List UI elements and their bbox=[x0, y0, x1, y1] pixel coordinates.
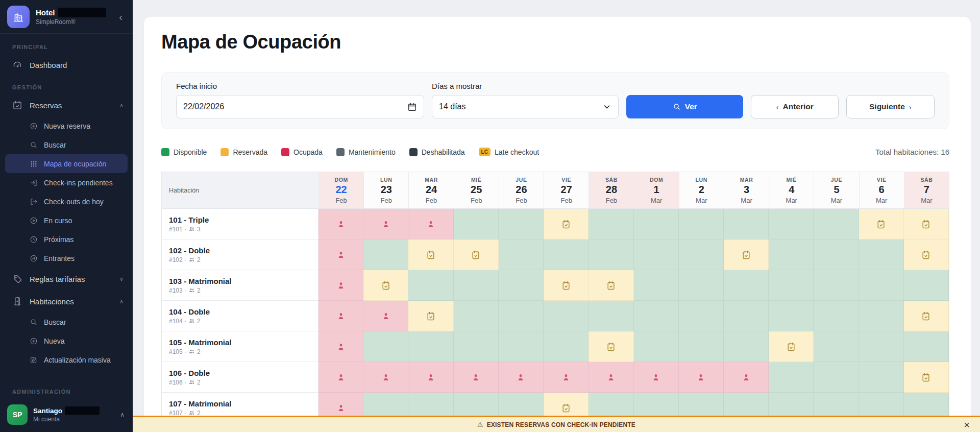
day-header[interactable]: MAR24Feb bbox=[408, 172, 453, 209]
sidebar-item-buscar-reservas[interactable]: Buscar bbox=[0, 135, 133, 154]
sidebar-group-reservas[interactable]: Reservas ∧ bbox=[0, 94, 133, 116]
day-header[interactable]: LUN2Mar bbox=[679, 172, 724, 209]
sidebar-item-mapa-de-ocupacion[interactable]: Mapa de ocupación bbox=[5, 154, 128, 173]
occupancy-cell-reserved[interactable] bbox=[589, 331, 633, 362]
occupancy-cell-occupied[interactable] bbox=[724, 362, 769, 393]
occupancy-cell-occupied[interactable] bbox=[679, 362, 724, 393]
occupancy-cell-available[interactable] bbox=[634, 331, 679, 362]
day-header[interactable]: LUN23Feb bbox=[363, 172, 408, 209]
occupancy-cell-available[interactable] bbox=[814, 239, 859, 270]
sidebar-collapse-button[interactable]: ‹ bbox=[116, 11, 126, 23]
sidebar-item-nueva-reserva[interactable]: Nueva reserva bbox=[0, 116, 133, 135]
anterior-button[interactable]: ‹ Anterior bbox=[751, 95, 838, 118]
occupancy-cell-available[interactable] bbox=[814, 270, 859, 301]
occupancy-cell-available[interactable] bbox=[679, 331, 724, 362]
occupancy-cell-available[interactable] bbox=[859, 270, 904, 301]
sidebar-item-proximas[interactable]: Próximas bbox=[0, 230, 133, 249]
occupancy-cell-available[interactable] bbox=[724, 209, 769, 239]
occupancy-cell-reserved[interactable] bbox=[904, 362, 949, 393]
occupancy-cell-available[interactable] bbox=[499, 270, 544, 301]
sidebar-item-entrantes[interactable]: Entrantes bbox=[0, 249, 133, 268]
day-header[interactable]: MAR3Mar bbox=[724, 172, 769, 209]
day-header[interactable]: MIÉ25Feb bbox=[454, 172, 499, 209]
occupancy-cell-available[interactable] bbox=[724, 270, 769, 301]
occupancy-cell-occupied[interactable] bbox=[318, 301, 363, 331]
occupancy-cell-reserved[interactable] bbox=[408, 301, 453, 331]
occupancy-cell-occupied[interactable] bbox=[363, 209, 408, 239]
day-header[interactable]: MIÉ4Mar bbox=[769, 172, 814, 209]
occupancy-cell-available[interactable] bbox=[769, 270, 814, 301]
day-header[interactable]: VIE6Mar bbox=[859, 172, 904, 209]
sidebar-group-reglas-tarifarias[interactable]: Reglas tarifarias ∨ bbox=[0, 268, 133, 290]
dias-a-mostrar-select[interactable]: 14 días bbox=[432, 95, 619, 118]
occupancy-cell-available[interactable] bbox=[408, 270, 453, 301]
occupancy-cell-reserved[interactable] bbox=[544, 209, 589, 239]
occupancy-cell-available[interactable] bbox=[679, 239, 724, 270]
occupancy-cell-occupied[interactable] bbox=[634, 362, 679, 393]
occupancy-cell-occupied[interactable] bbox=[363, 301, 408, 331]
occupancy-cell-available[interactable] bbox=[363, 239, 408, 270]
occupancy-cell-occupied[interactable] bbox=[318, 270, 363, 301]
occupancy-cell-reserved[interactable] bbox=[544, 270, 589, 301]
fecha-inicio-input[interactable] bbox=[176, 95, 424, 118]
occupancy-cell-available[interactable] bbox=[904, 270, 949, 301]
occupancy-cell-reserved[interactable] bbox=[589, 270, 633, 301]
occupancy-cell-reserved[interactable] bbox=[769, 331, 814, 362]
occupancy-cell-available[interactable] bbox=[454, 331, 499, 362]
occupancy-cell-available[interactable] bbox=[634, 209, 679, 239]
occupancy-cell-available[interactable] bbox=[454, 301, 499, 331]
ver-button[interactable]: Ver bbox=[626, 95, 743, 118]
occupancy-cell-reserved[interactable] bbox=[904, 301, 949, 331]
occupancy-cell-available[interactable] bbox=[814, 331, 859, 362]
day-header[interactable]: DOM22Feb bbox=[318, 172, 363, 209]
sidebar-item-buscar-habitaciones[interactable]: Buscar bbox=[0, 313, 133, 331]
occupancy-cell-occupied[interactable] bbox=[408, 362, 453, 393]
occupancy-cell-available[interactable] bbox=[544, 331, 589, 362]
day-header[interactable]: JUE26Feb bbox=[499, 172, 544, 209]
occupancy-cell-available[interactable] bbox=[769, 209, 814, 239]
occupancy-cell-occupied[interactable] bbox=[318, 331, 363, 362]
close-icon[interactable]: × bbox=[964, 418, 970, 432]
occupancy-cell-available[interactable] bbox=[634, 239, 679, 270]
occupancy-cell-reserved[interactable] bbox=[724, 239, 769, 270]
occupancy-cell-reserved[interactable] bbox=[904, 209, 949, 239]
occupancy-cell-available[interactable] bbox=[589, 209, 633, 239]
occupancy-cell-occupied[interactable] bbox=[589, 362, 633, 393]
siguiente-button[interactable]: Siguiente › bbox=[846, 95, 935, 118]
occupancy-cell-available[interactable] bbox=[724, 331, 769, 362]
occupancy-cell-available[interactable] bbox=[589, 239, 633, 270]
occupancy-cell-occupied[interactable] bbox=[318, 209, 363, 239]
occupancy-cell-reserved[interactable] bbox=[363, 270, 408, 301]
user-account-card[interactable]: SP Santiago Mi cuenta ∧ bbox=[0, 398, 133, 432]
occupancy-cell-available[interactable] bbox=[859, 362, 904, 393]
day-header[interactable]: VIE27Feb bbox=[544, 172, 589, 209]
occupancy-cell-available[interactable] bbox=[904, 331, 949, 362]
day-header[interactable]: SÁB7Mar bbox=[904, 172, 949, 209]
occupancy-cell-available[interactable] bbox=[814, 362, 859, 393]
occupancy-cell-available[interactable] bbox=[769, 239, 814, 270]
calendar-icon[interactable] bbox=[407, 102, 417, 112]
sidebar-item-actualizacion-masiva[interactable]: Actualización masiva bbox=[0, 350, 133, 369]
occupancy-cell-available[interactable] bbox=[408, 331, 453, 362]
sidebar-group-habitaciones[interactable]: Habitaciones ∧ bbox=[0, 290, 133, 313]
occupancy-cell-reserved[interactable] bbox=[408, 239, 453, 270]
occupancy-cell-available[interactable] bbox=[679, 301, 724, 331]
occupancy-cell-available[interactable] bbox=[499, 239, 544, 270]
occupancy-cell-occupied[interactable] bbox=[318, 362, 363, 393]
occupancy-cell-occupied[interactable] bbox=[454, 362, 499, 393]
occupancy-cell-available[interactable] bbox=[769, 301, 814, 331]
day-header[interactable]: JUE5Mar bbox=[814, 172, 859, 209]
sidebar-item-checkins-pendientes[interactable]: Check-ins pendientes bbox=[0, 173, 133, 192]
fecha-inicio-value[interactable] bbox=[183, 102, 407, 111]
occupancy-cell-available[interactable] bbox=[544, 301, 589, 331]
occupancy-cell-available[interactable] bbox=[454, 209, 499, 239]
occupancy-cell-available[interactable] bbox=[499, 209, 544, 239]
day-header[interactable]: DOM1Mar bbox=[634, 172, 679, 209]
occupancy-cell-available[interactable] bbox=[859, 301, 904, 331]
occupancy-cell-available[interactable] bbox=[724, 301, 769, 331]
occupancy-cell-available[interactable] bbox=[859, 331, 904, 362]
sidebar-item-en-curso[interactable]: En curso bbox=[0, 211, 133, 230]
occupancy-cell-available[interactable] bbox=[589, 301, 633, 331]
occupancy-cell-available[interactable] bbox=[679, 270, 724, 301]
occupancy-cell-available[interactable] bbox=[544, 239, 589, 270]
